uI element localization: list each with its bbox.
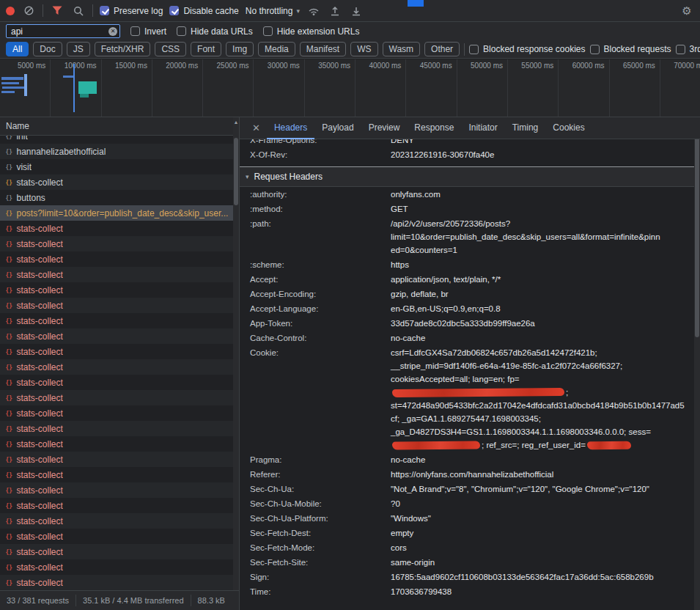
clear-network-log-icon[interactable] xyxy=(21,4,36,18)
overview-tick-label: 30000 ms xyxy=(268,62,300,70)
request-row[interactable]: {}stats-collect xyxy=(0,282,233,298)
request-row[interactable]: {}visit xyxy=(0,159,233,174)
request-row[interactable]: {}stats-collect xyxy=(0,236,233,251)
clear-filter-input-icon[interactable]: ✕ xyxy=(108,27,117,36)
settings-gear-icon[interactable]: ⚙ xyxy=(679,4,694,18)
request-name: stats-collect xyxy=(16,362,62,372)
close-details-icon[interactable]: ✕ xyxy=(246,122,267,133)
tab-payload[interactable]: Payload xyxy=(314,117,361,139)
header-value: "Not_A Brand";v="8", "Chromium";v="120",… xyxy=(391,482,694,496)
script-braces-icon: {} xyxy=(5,147,12,155)
type-filter-media[interactable]: Media xyxy=(258,42,295,56)
preserve-log-checkbox[interactable]: Preserve log xyxy=(100,6,163,16)
invert-checkbox[interactable]: Invert xyxy=(130,26,166,37)
request-row[interactable]: {}posts?limit=10&order=publish_date_desc… xyxy=(0,205,233,221)
right-scrollbar[interactable] xyxy=(694,117,700,610)
network-filter-input[interactable] xyxy=(6,24,120,38)
overview-tick-label: 70000 ms xyxy=(674,62,700,70)
type-filter-other[interactable]: Other xyxy=(424,42,460,56)
request-row[interactable]: {}stats-collect xyxy=(0,344,233,359)
checkbox-unchecked-icon xyxy=(676,45,685,54)
request-name: stats-collect xyxy=(16,393,62,403)
request-row[interactable]: {}stats-collect xyxy=(0,405,233,421)
request-row[interactable]: {}stats-collect xyxy=(0,482,233,498)
request-row[interactable]: {}init xyxy=(0,136,233,144)
scrollbar-thumb[interactable] xyxy=(234,138,238,205)
type-filter-js[interactable]: JS xyxy=(67,42,90,56)
request-row[interactable]: {}stats-collect xyxy=(0,221,233,236)
hide-extension-urls-label: Hide extension URLs xyxy=(277,26,360,37)
tab-response[interactable]: Response xyxy=(407,117,461,139)
tab-initiator[interactable]: Initiator xyxy=(461,117,504,139)
request-row[interactable]: {}stats-collect xyxy=(0,498,233,513)
filter-input-wrap: ✕ xyxy=(6,24,120,38)
type-filter-all[interactable]: All xyxy=(6,42,29,56)
left-scrollbar[interactable]: ▲ xyxy=(233,117,239,590)
request-row[interactable]: {}stats-collect xyxy=(0,328,233,344)
tab-timing[interactable]: Timing xyxy=(505,117,546,139)
request-row[interactable]: {}stats-collect xyxy=(0,251,233,267)
type-filter-css[interactable]: CSS xyxy=(155,42,186,56)
overview-tick-label: 10000 ms xyxy=(65,62,97,70)
request-row[interactable]: {}stats-collect xyxy=(0,529,233,544)
hide-data-urls-label: Hide data URLs xyxy=(191,26,253,37)
request-row[interactable]: {}stats-collect xyxy=(0,390,233,405)
hide-data-urls-checkbox[interactable]: Hide data URLs xyxy=(177,26,253,37)
name-column-label: Name xyxy=(6,121,29,131)
header-value: same-origin xyxy=(391,556,694,569)
type-filter-ws[interactable]: WS xyxy=(350,42,377,56)
hide-extension-urls-checkbox[interactable]: Hide extension URLs xyxy=(263,26,360,37)
disable-cache-checkbox[interactable]: Disable cache xyxy=(169,6,238,16)
tab-cookies[interactable]: Cookies xyxy=(545,117,592,139)
throttling-dropdown[interactable]: No throttling ▾ xyxy=(246,6,300,16)
request-row[interactable]: {}stats-collect xyxy=(0,436,233,452)
search-icon[interactable] xyxy=(71,4,86,18)
request-row[interactable]: {}buttons xyxy=(0,190,233,205)
request-name: stats-collect xyxy=(16,470,62,480)
type-filter-wasm[interactable]: Wasm xyxy=(383,42,421,56)
request-row[interactable]: {}stats-collect xyxy=(0,359,233,375)
export-har-icon[interactable] xyxy=(349,4,364,18)
tab-headers[interactable]: Headers xyxy=(267,117,314,139)
type-filter-doc[interactable]: Doc xyxy=(33,42,62,56)
name-column-header[interactable]: Name xyxy=(0,117,239,136)
record-button[interactable] xyxy=(6,7,15,15)
scrollbar-thumb[interactable] xyxy=(695,121,699,337)
import-har-icon[interactable] xyxy=(328,4,342,18)
request-row[interactable]: {}stats-collect xyxy=(0,313,233,328)
request-row[interactable]: {}stats-collect xyxy=(0,559,233,575)
request-name: stats-collect xyxy=(16,224,62,234)
tab-preview[interactable]: Preview xyxy=(361,117,408,139)
filter-funnel-icon[interactable] xyxy=(50,4,65,18)
header-name: App-Token: xyxy=(250,317,391,330)
request-row[interactable]: {}stats-collect xyxy=(0,267,233,282)
request-row[interactable]: {}stats-collect xyxy=(0,298,233,313)
blue-indicator xyxy=(408,0,424,7)
request-row[interactable]: {}stats-collect xyxy=(0,421,233,436)
scroll-up-arrow-icon[interactable]: ▲ xyxy=(233,120,239,125)
request-row[interactable]: {}hannahelizabethofficial xyxy=(0,144,233,159)
header-row: Sign:16785:5aad9602cf110608b03133de56364… xyxy=(240,570,694,584)
request-row[interactable]: {}stats-collect xyxy=(0,513,233,529)
blocked-response-cookies-checkbox[interactable]: Blocked response cookies xyxy=(469,44,585,54)
request-headers-rows: :authority:onlyfans.com:method:GET:path:… xyxy=(240,187,694,599)
request-row[interactable]: {}stats-collect xyxy=(0,452,233,467)
request-row[interactable]: {}stats-collect xyxy=(0,575,233,590)
throttling-value: No throttling xyxy=(246,6,293,16)
type-filter-img[interactable]: Img xyxy=(226,42,254,56)
request-row[interactable]: {}stats-collect xyxy=(0,467,233,482)
network-conditions-icon[interactable] xyxy=(306,4,321,18)
network-overview-timeline[interactable]: 5000 ms10000 ms15000 ms20000 ms25000 ms3… xyxy=(0,59,700,117)
request-row[interactable]: {}stats-collect xyxy=(0,544,233,559)
header-row: :scheme:https xyxy=(240,257,694,272)
blocked-requests-checkbox[interactable]: Blocked requests xyxy=(590,44,671,54)
header-value: empty xyxy=(391,526,694,540)
type-filter-manifest[interactable]: Manifest xyxy=(300,42,346,56)
type-filter-font[interactable]: Font xyxy=(191,42,221,56)
request-name: stats-collect xyxy=(16,408,62,419)
third-party-requests-checkbox[interactable]: 3rd-party requests xyxy=(676,44,700,54)
type-filter-fetch-xhr[interactable]: Fetch/XHR xyxy=(95,42,151,56)
request-headers-section[interactable]: ▾ Request Headers xyxy=(240,166,694,187)
request-row[interactable]: {}stats-collect xyxy=(0,375,233,390)
request-row[interactable]: {}stats-collect xyxy=(0,174,233,190)
